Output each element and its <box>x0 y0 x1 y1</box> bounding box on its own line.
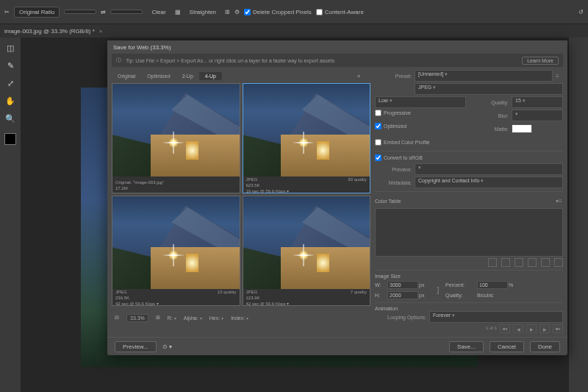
px-label: px <box>419 282 431 288</box>
progressive-checkbox[interactable]: Progressive <box>375 110 411 116</box>
color-table <box>375 208 563 257</box>
delete-cropped-checkbox[interactable]: Delete Cropped Pixels <box>244 9 312 15</box>
gear-icon[interactable]: ⚙ <box>234 9 240 15</box>
format-select[interactable]: JPEG <box>415 83 563 95</box>
browser-select[interactable]: ⊙ ▾ <box>162 343 172 350</box>
resample-select[interactable]: Bicubic <box>477 293 522 298</box>
next-frame-icon[interactable]: ▶ <box>539 324 550 333</box>
foreground-color-swatch[interactable] <box>4 133 16 145</box>
ratio-width[interactable] <box>64 10 96 14</box>
document-tab[interactable]: image-003.jpg @ 33.3% (RGB/8) * <box>4 28 95 35</box>
width-input[interactable] <box>387 281 418 289</box>
ct-icon[interactable] <box>488 258 497 267</box>
convert-srgb-checkbox[interactable]: Convert to sRGB <box>375 154 423 161</box>
options-bar: ✂ Original Ratio ⇄ Clear ▦ Straighten ⊞ … <box>0 0 588 24</box>
preview-jpeg-7[interactable]: JPEG7 quality123.9K42 sec @ 56.6 Kbps ▾ <box>243 196 371 306</box>
done-button[interactable]: Done <box>530 341 560 352</box>
preset-label: Preset: <box>375 74 412 79</box>
tab-4up[interactable]: 4-Up <box>199 72 222 80</box>
ratio-select[interactable]: Original Ratio <box>14 7 60 18</box>
save-button[interactable]: Save... <box>449 341 484 352</box>
height-input[interactable] <box>387 291 418 299</box>
last-frame-icon[interactable]: ⏭ <box>553 324 563 333</box>
cancel-button[interactable]: Cancel <box>490 341 524 352</box>
color-table-menu-icon[interactable]: ▾≡ <box>556 198 563 204</box>
zoom-in-icon[interactable]: ⊞ <box>156 315 160 321</box>
tab-2up[interactable]: 2-Up <box>176 72 199 80</box>
eyedropper-tool-icon[interactable]: ✎ <box>3 58 18 73</box>
quality-input[interactable]: 15 <box>512 96 563 108</box>
link-icon[interactable]: ] <box>433 286 443 294</box>
color-table-label: Color Table <box>375 199 401 204</box>
grid-icon[interactable]: ▦ <box>175 9 181 15</box>
pct-label: % <box>509 282 522 288</box>
zoom-tool-icon[interactable]: 🔍 <box>3 111 18 126</box>
ct-icon[interactable] <box>514 258 523 267</box>
index-value: Index: <box>231 316 248 321</box>
loop-select[interactable]: Forever <box>429 311 563 323</box>
ct-icon[interactable] <box>528 258 537 267</box>
workspace: ◫ ✎ ⤢ ✋ 🔍 Save for Web (33.3%) ⓘ Tip: Us… <box>0 38 588 392</box>
metadata-label: Metadata: <box>375 180 412 185</box>
hand-tool-icon[interactable]: ✋ <box>3 93 18 108</box>
settings-pane: Preset:[Unnamed]≡ JPEG Low Quality:15 Pr… <box>375 70 563 333</box>
ct-icon[interactable] <box>541 258 550 267</box>
close-tab-icon[interactable]: × <box>99 28 103 35</box>
tip-bar: ⓘ Tip: Use File > Export > Export As... … <box>112 54 563 67</box>
r-value: R: <box>168 316 176 321</box>
embed-profile-checkbox[interactable]: Embed Color Profile <box>375 139 430 146</box>
sampler-tool-icon[interactable]: ⤢ <box>3 76 18 90</box>
content-aware-checkbox[interactable]: Content-Aware <box>316 9 364 15</box>
resample-label: Quality: <box>445 293 475 298</box>
blur-input[interactable] <box>512 110 563 121</box>
ct-icon[interactable] <box>501 258 510 267</box>
preview-button[interactable]: Preview... <box>115 341 157 352</box>
frame-counter: 1 of 1 <box>486 324 497 332</box>
preview-label: Preview: <box>375 167 412 172</box>
right-panel-collapsed[interactable] <box>569 38 588 392</box>
ratio-height[interactable] <box>110 10 143 14</box>
preview-footer: ⊟ 33.3% ⊞ R: Alpha: Hex: Index: <box>112 309 370 327</box>
crop-tool-icon[interactable]: ◫ <box>3 40 18 55</box>
preview-menu-icon[interactable]: ≡ <box>351 72 370 80</box>
clear-button[interactable]: Clear <box>147 7 170 17</box>
preset-menu-icon[interactable]: ≡ <box>556 73 563 79</box>
preview-select[interactable] <box>415 163 563 175</box>
tool-panel: ◫ ✎ ⤢ ✋ 🔍 <box>0 38 21 392</box>
tab-optimized[interactable]: Optimized <box>141 72 176 80</box>
animation-title: Animation <box>375 306 563 311</box>
crop-icon[interactable]: ✂ <box>4 9 10 15</box>
document-tab-bar: image-003.jpg @ 33.3% (RGB/8) * × <box>0 24 588 38</box>
ct-trash-icon[interactable] <box>554 258 563 267</box>
quality-preset-select[interactable]: Low <box>375 96 466 108</box>
prev-frame-icon[interactable]: ◀ <box>513 324 523 333</box>
swap-icon[interactable]: ⇄ <box>101 9 106 15</box>
straighten-button[interactable]: Straighten <box>185 7 220 17</box>
image-size-title: Image Size <box>375 274 563 279</box>
tab-original[interactable]: Original <box>112 72 141 80</box>
first-frame-icon[interactable]: ⏮ <box>500 324 510 333</box>
preview-jpeg-15[interactable]: JPEG15 quality236.5K42 sec @ 56.6 Kbps ▾ <box>112 196 240 306</box>
percent-input[interactable] <box>477 281 508 289</box>
preview-jpeg-30[interactable]: JPEG30 quality623.5K19 sec @ 56.6 Kbps ▾ <box>243 83 371 193</box>
hex-value: Hex: <box>209 316 223 321</box>
preview-tabs: Original Optimized 2-Up 4-Up ≡ <box>112 70 370 82</box>
preview-original[interactable]: Original: "image-003.jpg"17.2M <box>112 83 240 193</box>
zoom-level[interactable]: 33.3% <box>126 314 148 322</box>
dialog-title: Save for Web (33.3%) <box>107 40 567 54</box>
tip-text: Tip: Use File > Export > Export As... or… <box>126 58 334 63</box>
preset-select[interactable]: [Unnamed] <box>415 70 553 82</box>
reset-icon[interactable]: ↺ <box>578 9 584 15</box>
save-for-web-dialog: Save for Web (33.3%) ⓘ Tip: Use File > E… <box>107 40 567 355</box>
play-icon[interactable]: ▶ <box>526 324 537 333</box>
blur-label: Blur: <box>472 113 509 118</box>
overlay-icon[interactable]: ⊞ <box>225 9 230 15</box>
alpha-value: Alpha: <box>184 316 202 321</box>
width-label: W: <box>375 282 385 288</box>
metadata-select[interactable]: Copyright and Contact Info <box>415 177 563 188</box>
zoom-out-icon[interactable]: ⊟ <box>115 315 119 321</box>
px-label: px <box>419 293 431 298</box>
optimized-checkbox[interactable]: Optimized <box>375 123 407 129</box>
learn-more-button[interactable]: Learn More <box>522 57 559 65</box>
matte-swatch[interactable] <box>512 124 532 133</box>
